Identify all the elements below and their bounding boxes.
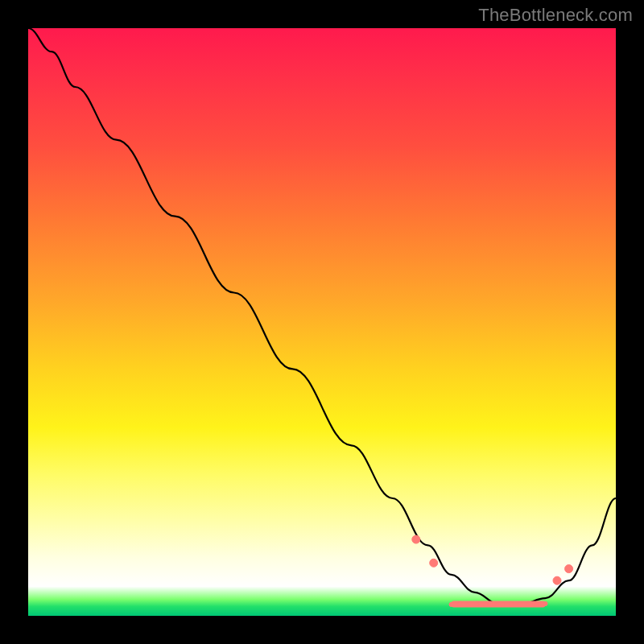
curve-layer [28, 28, 616, 616]
curve-marker [412, 535, 420, 543]
plot-area [28, 28, 616, 616]
curve-marker [483, 602, 487, 606]
curve-marker [492, 601, 496, 605]
bottleneck-curve [28, 28, 616, 604]
curve-marker [458, 601, 462, 605]
chart-frame: TheBottleneck.com [0, 0, 644, 644]
curve-marker [518, 602, 522, 606]
curve-marker [526, 601, 530, 605]
curve-marker [509, 601, 513, 605]
curve-marker [449, 602, 453, 606]
curve-marker [475, 601, 479, 605]
valley-marker-band [452, 601, 546, 607]
curve-marker [565, 565, 573, 573]
curve-marker [501, 602, 505, 606]
watermark-text: TheBottleneck.com [478, 5, 633, 26]
curve-marker [543, 601, 547, 605]
curve-marker [535, 602, 539, 606]
curve-marker [430, 559, 438, 567]
curve-marker [466, 602, 470, 606]
curve-markers [412, 535, 573, 606]
curve-marker [553, 576, 561, 584]
